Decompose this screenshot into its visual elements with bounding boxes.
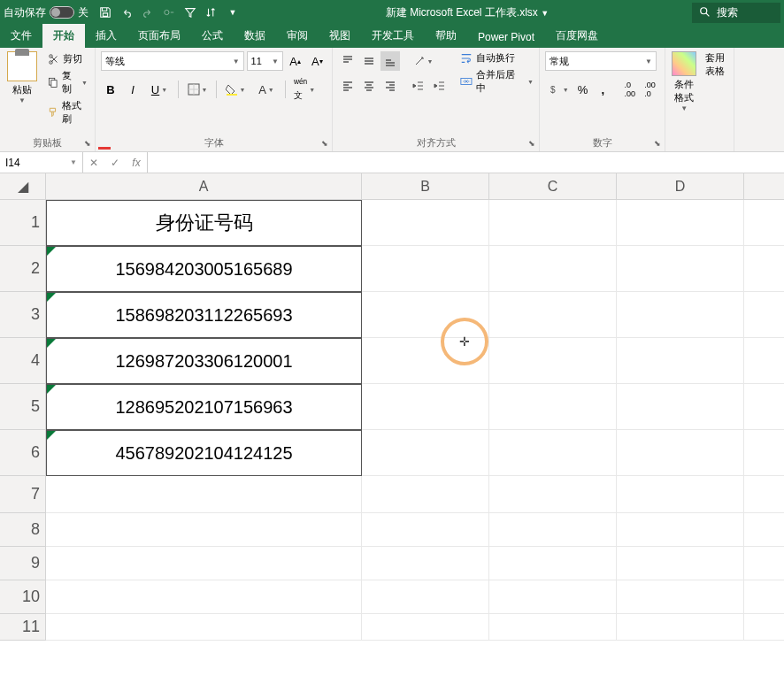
cell-e5[interactable] [744,384,784,430]
phonetic-button[interactable]: wén文▼ [290,80,319,99]
increase-decimal-icon[interactable]: .0.00 [620,80,639,99]
paste-button[interactable]: 粘贴 ▼ [5,51,39,148]
cell-c4[interactable] [489,338,617,384]
tab-page-layout[interactable]: 页面布局 [127,24,191,48]
cell-e1[interactable] [744,200,784,246]
row-header-6[interactable]: 6 [0,430,46,476]
cell-c7[interactable] [489,476,617,513]
cell-a4[interactable]: 126987203306120001 [46,338,362,384]
cell-b1[interactable] [362,200,489,246]
cell-e11[interactable] [744,614,784,641]
cell-c11[interactable] [489,614,617,641]
copy-button[interactable]: 复制 ▼ [46,68,89,96]
row-header-10[interactable]: 10 [0,580,46,614]
sort-icon[interactable] [202,3,221,22]
cell-b8[interactable] [362,513,489,547]
wrap-text-button[interactable]: 自动换行 [460,51,534,65]
cell-d3[interactable] [617,292,744,338]
decrease-decimal-icon[interactable]: .00.0 [641,80,659,99]
col-header-c[interactable]: C [489,173,617,200]
cell-c3[interactable] [489,292,617,338]
cell-b4[interactable] [362,338,489,384]
cell-e3[interactable] [744,292,784,338]
cell-a8[interactable] [46,513,362,547]
row-header-2[interactable]: 2 [0,246,46,292]
cell-c9[interactable] [489,547,617,580]
cell-d2[interactable] [617,246,744,292]
cell-e8[interactable] [744,513,784,547]
merge-center-button[interactable]: 合并后居中 ▼ [460,68,534,95]
cell-a10[interactable] [46,580,362,614]
cell-d7[interactable] [617,476,744,513]
cell-b3[interactable] [362,292,489,338]
italic-button[interactable]: I [123,80,142,99]
enter-formula-icon[interactable]: ✓ [104,152,126,173]
row-header-11[interactable]: 11 [0,614,46,641]
cell-b9[interactable] [362,547,489,580]
cell-c2[interactable] [489,246,617,292]
tab-baidu[interactable]: 百度网盘 [545,24,609,48]
save-icon[interactable] [96,3,115,22]
alignment-dialog-launcher[interactable]: ⬊ [528,139,535,148]
select-all-corner[interactable]: ◢ [0,173,46,200]
align-top-icon[interactable] [338,51,357,71]
accounting-format-button[interactable]: $▼ [545,80,572,99]
tab-formulas[interactable]: 公式 [191,24,234,48]
tab-review[interactable]: 审阅 [276,24,319,48]
cell-b5[interactable] [362,384,489,430]
underline-button[interactable]: U▼ [145,80,173,99]
filter-icon[interactable] [181,3,200,22]
cut-button[interactable]: 剪切 [46,51,89,66]
increase-font-icon[interactable]: A▴ [286,51,305,71]
tab-developer[interactable]: 开发工具 [361,24,425,48]
borders-button[interactable]: ▼ [183,80,211,99]
cell-e2[interactable] [744,246,784,292]
cell-d10[interactable] [617,580,744,614]
align-left-icon[interactable] [338,76,357,96]
font-name-combo[interactable]: 等线▼ [101,51,244,71]
cell-b7[interactable] [362,476,489,513]
font-size-combo[interactable]: 11▼ [247,51,283,71]
cancel-formula-icon[interactable]: ✕ [83,152,104,173]
search-box[interactable]: 搜索 [692,3,780,23]
autosave-toggle[interactable]: 自动保存 关 [4,5,88,20]
increase-indent-icon[interactable] [430,76,450,96]
row-header-1[interactable]: 1 [0,200,46,246]
align-bottom-icon[interactable] [380,51,400,71]
tab-data[interactable]: 数据 [234,24,276,48]
cell-c6[interactable] [489,430,617,476]
align-right-icon[interactable] [380,76,400,96]
cell-b10[interactable] [362,580,489,614]
cell-a11[interactable] [46,614,362,641]
cell-d11[interactable] [617,614,744,641]
col-header-b[interactable]: B [362,173,489,200]
touch-mode-icon[interactable] [159,3,179,22]
format-painter-button[interactable]: 格式刷 [46,98,89,127]
decrease-font-icon[interactable]: A▾ [307,51,327,71]
align-center-icon[interactable] [359,76,379,96]
cell-a6[interactable]: 456789202104124125 [46,430,362,476]
cell-b6[interactable] [362,430,489,476]
cell-c1[interactable] [489,200,617,246]
tab-view[interactable]: 视图 [319,24,361,48]
cell-d9[interactable] [617,547,744,580]
tab-insert[interactable]: 插入 [85,24,127,48]
tab-help[interactable]: 帮助 [425,24,467,48]
row-header-8[interactable]: 8 [0,513,46,547]
cell-d1[interactable] [617,200,744,246]
tab-powerpivot[interactable]: Power Pivot [467,27,545,48]
row-header-9[interactable]: 9 [0,547,46,580]
cell-e9[interactable] [744,547,784,580]
cell-a5[interactable]: 128695202107156963 [46,384,362,430]
table-styles-button[interactable]: 套用表格 [702,51,729,148]
clipboard-dialog-launcher[interactable]: ⬊ [84,139,91,148]
redo-icon[interactable] [138,3,158,22]
font-color-button[interactable]: A▼ [252,80,281,99]
fx-icon[interactable]: fx [126,152,147,173]
cell-d5[interactable] [617,384,744,430]
cell-b11[interactable] [362,614,489,641]
row-header-7[interactable]: 7 [0,476,46,513]
decrease-indent-icon[interactable] [409,76,428,96]
cell-a7[interactable] [46,476,362,513]
font-dialog-launcher[interactable]: ⬊ [321,139,328,148]
